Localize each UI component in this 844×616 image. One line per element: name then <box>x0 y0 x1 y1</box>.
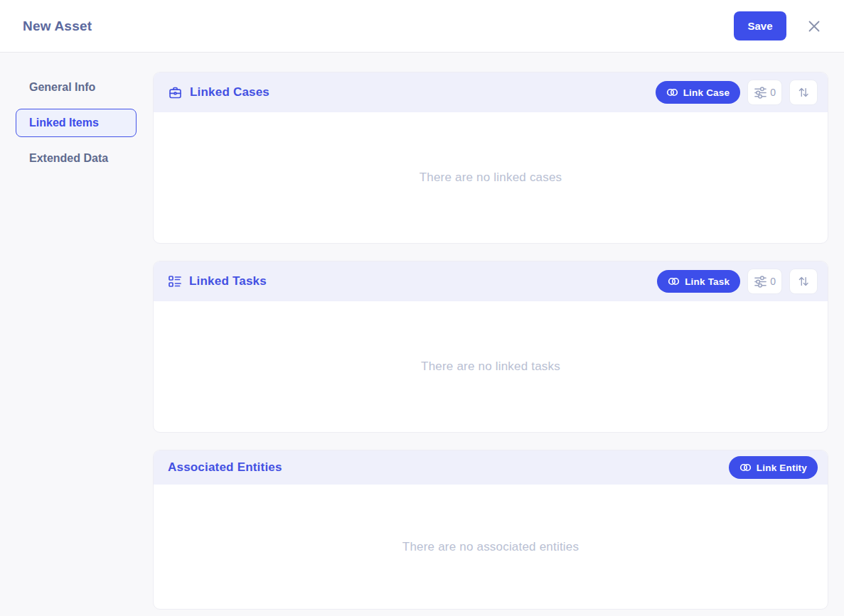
filter-sliders-icon <box>754 275 767 288</box>
linked-cases-body: There are no linked cases <box>154 112 828 243</box>
linked-tasks-panel: Linked Tasks Link Task <box>153 261 828 433</box>
filter-count: 0 <box>770 276 776 287</box>
content: Linked Cases Link Case <box>153 53 844 616</box>
sort-arrows-icon <box>797 86 810 99</box>
link-task-button[interactable]: Link Task <box>657 270 740 293</box>
filter-sliders-icon <box>754 86 767 99</box>
linked-cases-empty-text: There are no linked cases <box>420 171 562 185</box>
sidebar: General Info Linked Items Extended Data <box>0 53 153 616</box>
link-case-button[interactable]: Link Case <box>656 81 741 104</box>
linked-tasks-header: Linked Tasks Link Task <box>154 261 828 301</box>
linked-cases-header: Linked Cases Link Case <box>154 72 828 112</box>
sort-button[interactable] <box>789 269 818 294</box>
associated-entities-title: Associated Entities <box>168 460 282 475</box>
sidebar-item-linked-items[interactable]: Linked Items <box>16 109 137 137</box>
page-title: New Asset <box>23 18 92 34</box>
linked-cases-panel: Linked Cases Link Case <box>153 72 828 244</box>
associated-entities-panel: Associated Entities Link Entity There ar… <box>153 450 828 610</box>
associated-entities-tools: Link Entity <box>729 456 818 479</box>
linked-tasks-title: Linked Tasks <box>189 274 267 288</box>
topbar: New Asset Save <box>0 0 844 53</box>
sidebar-item-label: Extended Data <box>29 152 108 165</box>
linked-cases-tools: Link Case 0 <box>656 80 818 105</box>
associated-entities-header: Associated Entities Link Entity <box>154 450 828 485</box>
linked-cases-title: Linked Cases <box>190 85 269 99</box>
linked-tasks-tools: Link Task 0 <box>657 269 818 294</box>
filter-count: 0 <box>770 87 776 98</box>
sidebar-item-extended-data[interactable]: Extended Data <box>16 144 137 173</box>
associated-entities-body: There are no associated entities <box>154 485 828 609</box>
link-entity-button[interactable]: Link Entity <box>729 456 818 479</box>
sidebar-item-label: Linked Items <box>29 117 99 129</box>
save-button[interactable]: Save <box>734 11 786 40</box>
sidebar-item-general-info[interactable]: General Info <box>16 73 137 102</box>
linked-tasks-body: There are no linked tasks <box>154 301 828 432</box>
briefcase-icon <box>168 85 183 100</box>
filter-button[interactable]: 0 <box>747 80 782 105</box>
sort-arrows-icon <box>797 275 810 288</box>
linked-tasks-empty-text: There are no linked tasks <box>421 360 560 374</box>
task-list-icon <box>168 274 182 288</box>
link-icon <box>739 463 752 472</box>
link-icon <box>668 276 680 286</box>
main-area: General Info Linked Items Extended Data <box>0 53 844 616</box>
filter-button[interactable]: 0 <box>747 269 782 294</box>
sort-button[interactable] <box>789 80 818 105</box>
link-icon <box>666 87 678 97</box>
close-icon[interactable] <box>806 18 823 35</box>
associated-entities-empty-text: There are no associated entities <box>402 540 579 554</box>
sidebar-item-label: General Info <box>29 81 95 94</box>
